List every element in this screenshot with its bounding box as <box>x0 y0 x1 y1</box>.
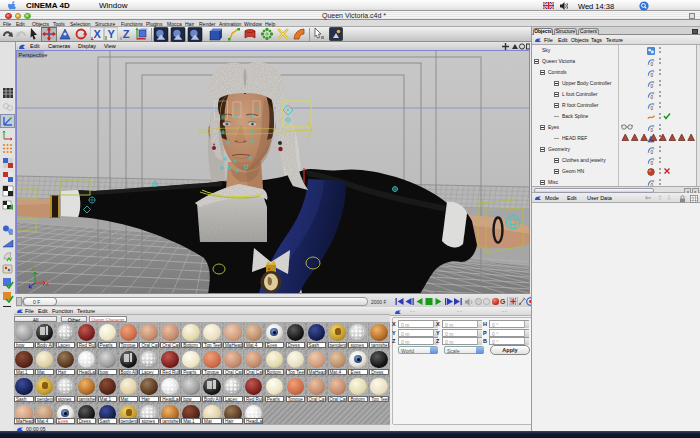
svg-text:Y: Y <box>32 267 35 272</box>
svg-text:Y: Y <box>108 28 116 40</box>
svg-text:X: X <box>94 28 102 40</box>
svg-text:Perspective: Perspective <box>19 52 48 58</box>
svg-text:Z: Z <box>123 28 130 40</box>
svg-text:X: X <box>46 282 49 287</box>
